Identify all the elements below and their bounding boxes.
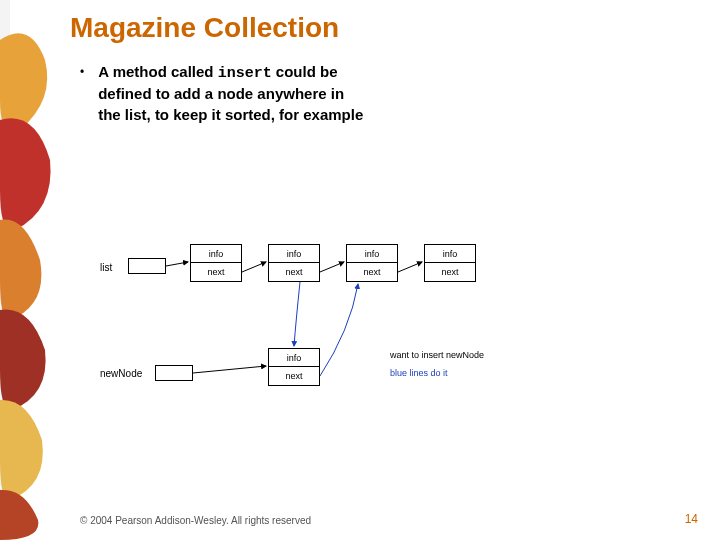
node-info-cell: info <box>269 349 319 367</box>
newnode-head-box <box>155 365 193 381</box>
bullet-code: insert <box>218 65 272 82</box>
bullet-prefix: A method called <box>98 63 217 80</box>
list-head-box <box>128 258 166 274</box>
node-next-cell: next <box>425 263 475 281</box>
page-number: 14 <box>685 512 698 526</box>
linked-list-diagram: list info next info next info next info … <box>100 240 540 450</box>
svg-line-1 <box>166 262 188 266</box>
node-next-cell: next <box>347 263 397 281</box>
svg-line-3 <box>320 262 344 272</box>
node-info-cell: info <box>347 245 397 263</box>
node-next-cell: next <box>269 263 319 281</box>
list-label: list <box>100 262 112 273</box>
slide-body: Magazine Collection • A method called in… <box>70 12 700 125</box>
annotation-blue-lines: blue lines do it <box>390 368 448 378</box>
svg-line-4 <box>398 262 422 272</box>
list-node: info next <box>424 244 476 282</box>
svg-line-5 <box>193 366 266 373</box>
list-node: info next <box>190 244 242 282</box>
bullet-item: • A method called insert could be define… <box>80 62 370 125</box>
bullet-marker: • <box>80 65 84 79</box>
new-node: info next <box>268 348 320 386</box>
node-next-cell: next <box>191 263 241 281</box>
node-info-cell: info <box>269 245 319 263</box>
copyright-footer: © 2004 Pearson Addison-Wesley. All right… <box>80 515 311 526</box>
bullet-text: A method called insert could be defined … <box>98 62 370 125</box>
node-info-cell: info <box>191 245 241 263</box>
node-info-cell: info <box>425 245 475 263</box>
annotation-want-insert: want to insert newNode <box>390 350 484 360</box>
svg-line-2 <box>242 262 266 272</box>
node-next-cell: next <box>269 367 319 385</box>
list-node: info next <box>346 244 398 282</box>
list-node: info next <box>268 244 320 282</box>
newnode-label: newNode <box>100 368 142 379</box>
slide-title: Magazine Collection <box>70 12 700 44</box>
slide-side-decoration <box>0 0 60 540</box>
